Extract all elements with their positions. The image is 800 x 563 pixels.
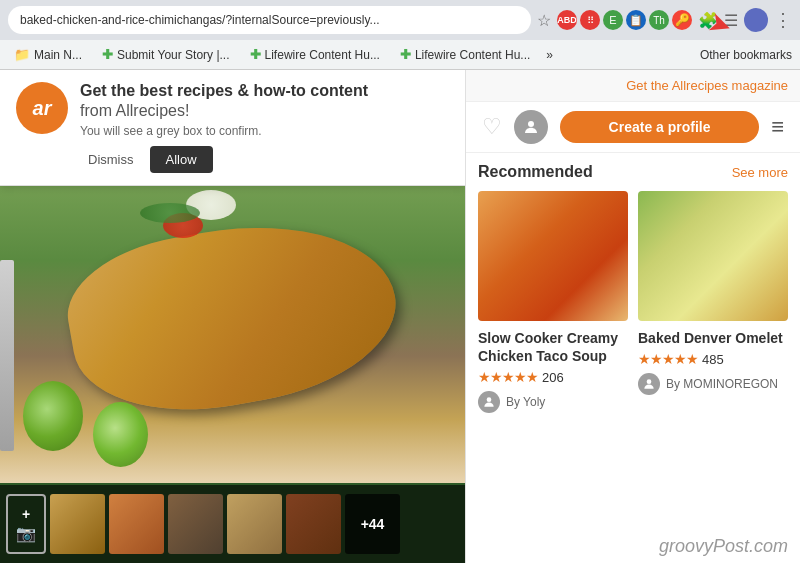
thumb-img-inner-5 <box>286 494 341 554</box>
thumbnail-strip: + 📷 +44 <box>0 485 465 563</box>
allow-button[interactable]: Allow <box>150 146 213 173</box>
favorite-icon[interactable]: ♡ <box>482 114 502 140</box>
recommended-title: Recommended <box>478 163 593 181</box>
review-count-2: 485 <box>702 352 724 367</box>
notification-content: Get the best recipes & how-to content fr… <box>80 82 449 173</box>
bookmark-folder-icon: 📁 <box>14 47 30 62</box>
puzzle-icon[interactable]: 🧩 <box>698 11 718 30</box>
bookmarks-more[interactable]: » <box>546 48 553 62</box>
author-avatar-2 <box>638 373 660 395</box>
more-photos-button[interactable]: +44 <box>345 494 400 554</box>
star-icon[interactable]: ☆ <box>537 11 551 30</box>
rating-row-2: ★★★★★ 485 <box>638 351 788 367</box>
notification-buttons: Dismiss Allow <box>80 146 449 173</box>
thumbnail-5[interactable] <box>286 494 341 554</box>
recipe-image-2 <box>638 191 788 321</box>
thumb-img-inner-2 <box>109 494 164 554</box>
author-name-1: By Yoly <box>506 395 545 409</box>
recipe-image-1 <box>478 191 628 321</box>
right-header: Get the Allrecipes magazine <box>466 70 800 102</box>
action-bar: ♡ Create a profile ≡ <box>466 102 800 153</box>
svg-point-2 <box>647 380 652 385</box>
logo-text: ar <box>33 97 52 120</box>
thumb-img-inner-3 <box>168 494 223 554</box>
allrecipes-logo: ar <box>16 82 68 134</box>
camera-icon: 📷 <box>16 524 36 543</box>
recipe-title-2: Baked Denver Omelet <box>638 329 788 347</box>
bookmark-main[interactable]: 📁 Main N... <box>8 45 88 64</box>
recipe-author-1: By Yoly <box>478 391 628 413</box>
see-more-link[interactable]: See more <box>732 165 788 180</box>
extensions-area: ABD ⠿ E 📋 Th 🔑 <box>557 10 692 30</box>
ext-icon-th[interactable]: Th <box>649 10 669 30</box>
user-avatar[interactable] <box>744 8 768 32</box>
bookmark-story[interactable]: ✚ Submit Your Story |... <box>96 45 236 64</box>
svg-point-1 <box>487 398 492 403</box>
stars-1: ★★★★★ <box>478 369 538 385</box>
svg-point-0 <box>528 121 534 127</box>
url-bar[interactable]: baked-chicken-and-rice-chimichangas/?int… <box>8 6 531 34</box>
bookmark-lifewire2[interactable]: ✚ Lifewire Content Hu... <box>394 45 536 64</box>
bookmark-lifewire1[interactable]: ✚ Lifewire Content Hu... <box>244 45 386 64</box>
recommended-section: Recommended See more Slow Cooker Creamy … <box>466 153 800 532</box>
add-photo-button[interactable]: + 📷 <box>6 494 46 554</box>
thumbnail-2[interactable] <box>109 494 164 554</box>
plus-icon: + <box>22 506 30 522</box>
notification-confirm: You will see a grey box to confirm. <box>80 124 449 138</box>
hamburger-menu-icon[interactable]: ≡ <box>771 114 784 140</box>
ext-icon-key[interactable]: 🔑 <box>672 10 692 30</box>
url-text: baked-chicken-and-rice-chimichangas/?int… <box>20 13 380 27</box>
notification-subtitle: from Allrecipes! <box>80 102 449 120</box>
recipe-title-1: Slow Cooker Creamy Chicken Taco Soup <box>478 329 628 365</box>
bookmark-cross-icon-3: ✚ <box>400 47 411 62</box>
thumbnail-4[interactable] <box>227 494 282 554</box>
recommended-header: Recommended See more <box>478 163 788 181</box>
left-panel: ar Get the best recipes & how-to content… <box>0 70 465 563</box>
food-image <box>0 165 465 483</box>
bookmark-cross-icon-2: ✚ <box>250 47 261 62</box>
author-name-2: By MOMINOREGON <box>666 377 778 391</box>
author-avatar-1 <box>478 391 500 413</box>
watermark: groovyPost.com <box>466 532 800 563</box>
ext-icon-red[interactable]: ABD <box>557 10 577 30</box>
burrito <box>57 202 408 431</box>
ext-icon-red2[interactable]: ⠿ <box>580 10 600 30</box>
lime-right <box>93 402 148 467</box>
thumbnail-3[interactable] <box>168 494 223 554</box>
thumbnail-1[interactable] <box>50 494 105 554</box>
more-count-label: +44 <box>361 516 385 532</box>
bookmarks-bar: 📁 Main N... ✚ Submit Your Story |... ✚ L… <box>0 40 800 70</box>
bookmark-cross-icon: ✚ <box>102 47 113 62</box>
tab-icon[interactable]: ☰ <box>724 11 738 30</box>
ext-icon-green[interactable]: E <box>603 10 623 30</box>
stars-2: ★★★★★ <box>638 351 698 367</box>
create-profile-button[interactable]: Create a profile <box>560 111 759 143</box>
notification-title: Get the best recipes & how-to content <box>80 82 449 100</box>
recipe-cards: Slow Cooker Creamy Chicken Taco Soup ★★★… <box>478 191 788 413</box>
green-herbs <box>140 203 200 223</box>
other-bookmarks[interactable]: Other bookmarks <box>700 48 792 62</box>
menu-icon[interactable]: ⋮ <box>774 9 792 31</box>
fork-decoration <box>0 260 14 451</box>
notification-popup: ar Get the best recipes & how-to content… <box>0 70 465 186</box>
dismiss-button[interactable]: Dismiss <box>80 146 142 173</box>
recipe-card-1[interactable]: Slow Cooker Creamy Chicken Taco Soup ★★★… <box>478 191 628 413</box>
rating-row-1: ★★★★★ 206 <box>478 369 628 385</box>
profile-icon[interactable] <box>514 110 548 144</box>
recipe-author-2: By MOMINOREGON <box>638 373 788 395</box>
lime-left <box>23 381 83 451</box>
recipe-card-2[interactable]: Baked Denver Omelet ★★★★★ 485 By MOMINOR… <box>638 191 788 413</box>
right-panel: Get the Allrecipes magazine ♡ Create a p… <box>465 70 800 563</box>
magazine-link[interactable]: Get the Allrecipes magazine <box>626 78 788 93</box>
review-count-1: 206 <box>542 370 564 385</box>
page-content: ar Get the best recipes & how-to content… <box>0 70 800 563</box>
food-image-container <box>0 165 465 483</box>
thumb-img-inner-4 <box>227 494 282 554</box>
ext-icon-blue[interactable]: 📋 <box>626 10 646 30</box>
thumb-img-inner-1 <box>50 494 105 554</box>
